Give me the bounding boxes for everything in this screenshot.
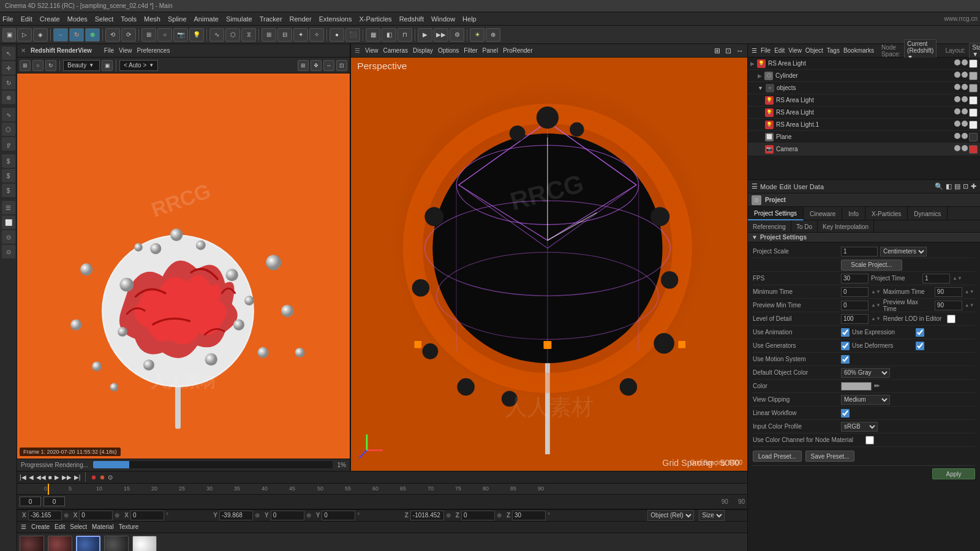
material-item-3[interactable]: RS Mate [76,536,100,551]
preview-min-arrows[interactable]: ▲▼ [871,302,881,308]
sz-input[interactable] [461,511,495,520]
min-time-arrows[interactable]: ▲▼ [871,289,881,294]
menu-modes[interactable]: Modes [67,15,88,23]
material-menu-create[interactable]: Create [31,523,50,530]
perspective-icon1[interactable]: ⊞ [714,47,720,55]
render-btn3[interactable]: ↻ [45,60,56,71]
vis-camera[interactable] [954,145,960,151]
menu-spline[interactable]: Spline [168,15,187,23]
render-camera[interactable] [962,145,968,151]
menu-create[interactable]: Create [40,15,60,23]
timeline-record2[interactable]: ⏺ [99,474,105,481]
obj-menu-bookmarks[interactable]: Bookmarks [843,47,874,54]
project-time-input[interactable] [922,274,950,283]
vis-dot-1[interactable] [954,59,960,66]
render-btn2[interactable]: ○ [32,60,43,71]
max-time-arrows[interactable]: ▲▼ [965,289,974,294]
use-generators-checkbox[interactable] [841,342,850,350]
toolbar-spline1[interactable]: ∿ [209,28,224,42]
render-dot-objects[interactable] [962,84,968,90]
auto-dropdown[interactable]: < Auto > ▼ [119,60,158,71]
menu-simulate[interactable]: Simulate [226,15,252,23]
perspective-menu-icon[interactable]: ☰ [355,47,360,54]
vis-dot-cyl[interactable] [954,72,960,78]
scale-project-btn[interactable]: Scale Project... [841,260,902,271]
toolbar-snap2[interactable]: ✧ [309,28,324,42]
z-input[interactable] [410,511,444,520]
material-menu-material[interactable]: Material [92,523,114,530]
vis-plane[interactable] [954,133,960,139]
node-space-icon[interactable]: ☰ [752,47,757,54]
render-btn6[interactable]: ❖ [311,60,322,71]
toolbar-animate-mode[interactable]: ▷ [17,28,32,42]
render-dot1[interactable] [962,121,968,127]
props-userdata[interactable]: User Data [794,183,824,190]
sidebar-s6[interactable]: $ [2,184,15,197]
obj-menu-file[interactable]: File [761,47,771,54]
lod-input[interactable] [841,314,869,324]
toolbar-sphere[interactable]: ● [330,28,344,42]
object-item-rs-light2[interactable]: 💡 RS Area Light [748,94,980,107]
start-frame2-input[interactable] [43,497,65,506]
apply-button[interactable]: Apply [932,468,975,479]
load-preset-btn[interactable]: Load Preset... [753,451,802,462]
vis-dot-objects[interactable] [954,84,960,90]
default-color-select[interactable]: 60% Gray [841,368,890,378]
render-btn4[interactable]: ▣ [102,60,113,71]
save-preset-btn[interactable]: Save Preset... [805,451,854,462]
coord-mode-select[interactable]: Object (Rel) World Local [647,510,694,521]
timeline-play-start[interactable]: |◀ [20,474,26,481]
ry-input[interactable] [322,511,355,520]
toolbar-rotate[interactable]: ↻ [69,28,84,42]
menu-tracker[interactable]: Tracker [260,15,282,23]
render-plane[interactable] [962,133,968,139]
sidebar-select[interactable]: ↖ [2,47,15,60]
sidebar-s1[interactable]: ∿ [2,108,15,121]
color-chip-plane[interactable] [969,133,978,141]
menu-animate[interactable]: Animate [194,15,219,23]
sidebar-scale[interactable]: ⊕ [2,91,15,104]
render-view-menu-view[interactable]: View [119,47,132,54]
props-btn3[interactable]: ⊡ [963,182,968,190]
toolbar-camera[interactable]: 📷 [173,28,188,42]
tab-cineware[interactable]: Cineware [804,207,842,220]
material-menu-texture[interactable]: Texture [119,523,139,530]
use-expression-checkbox[interactable] [916,328,924,337]
min-time-input[interactable] [841,287,869,297]
color-chip-cyl[interactable] [969,72,978,80]
timeline-play-end[interactable]: ▶| [74,474,81,481]
color-chip-objects[interactable] [969,84,978,92]
perspective-menu-options[interactable]: Options [438,47,459,54]
render-view-close[interactable]: ✕ [21,47,26,54]
y-input[interactable] [219,511,253,520]
timeline-record[interactable]: ⏺ [91,474,97,481]
toolbar-lamp2[interactable]: ⊕ [486,28,500,42]
render-lod-checkbox[interactable] [947,315,956,323]
tab-project-settings[interactable]: Project Settings [748,207,804,220]
object-item-rs-light3[interactable]: 💡 RS Area Light [748,107,980,119]
toolbar-lamp1[interactable]: ☀ [470,28,484,42]
tab-dynamics[interactable]: Dynamics [908,207,948,220]
color-channel-checkbox[interactable] [865,436,874,444]
toolbar-model-mode[interactable]: ▣ [2,28,16,42]
view-clipping-select[interactable]: Medium Low High [841,395,890,405]
toolbar-snap[interactable]: ✦ [293,28,308,42]
color-chip-dot1[interactable] [969,121,978,129]
props-mode[interactable]: Mode [760,183,777,190]
sy-input[interactable] [271,511,304,520]
sidebar-s3[interactable]: ╔ [2,137,15,151]
subtab-key-interp[interactable]: Key Interpolation [818,220,874,233]
obj-menu-view[interactable]: View [788,47,802,54]
props-icon[interactable]: ☰ [752,182,758,190]
rx-input[interactable] [130,511,164,520]
color-edit-icon[interactable]: ✏ [874,382,880,390]
render-dot-cyl[interactable] [962,72,968,78]
max-time-input[interactable] [935,287,962,297]
color-chip-rslight2[interactable] [969,96,978,105]
object-item-cylinder[interactable]: ▶ ⬡ Cylinder [748,70,980,82]
toolbar-redo[interactable]: ⟳ [121,28,136,42]
menu-render[interactable]: Render [290,15,312,23]
use-animation-checkbox[interactable] [841,328,850,337]
object-item-plane[interactable]: ⬜ Plane [748,131,980,143]
preview-min-input[interactable] [841,301,869,310]
